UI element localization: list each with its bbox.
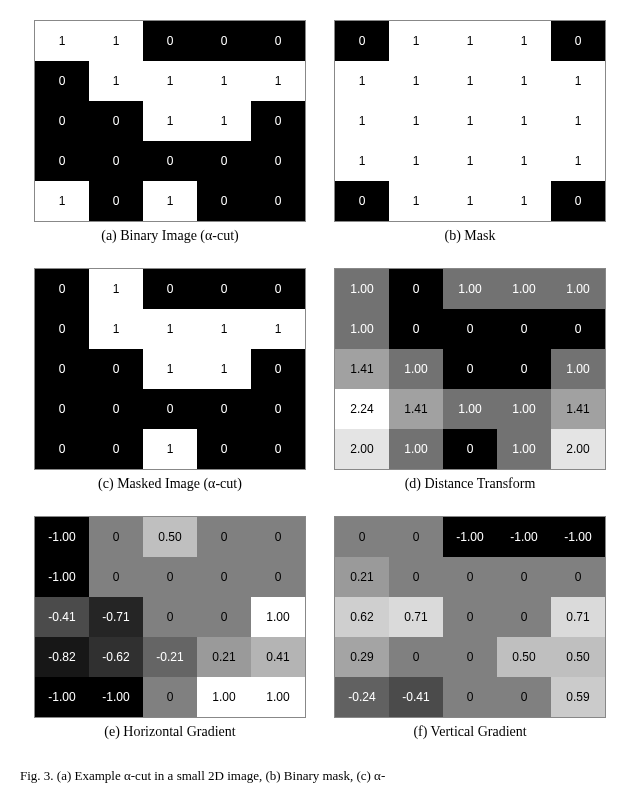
cell: 0 [35, 101, 89, 141]
panel-caption: (a) Binary Image (α-cut) [20, 228, 320, 244]
cell: 0.50 [143, 517, 197, 557]
cell: 0 [197, 597, 251, 637]
cell: 1.00 [389, 349, 443, 389]
grid-f: 00-1.00-1.00-1.000.2100000.620.71000.710… [334, 516, 606, 718]
cell: 1 [497, 21, 551, 61]
cell: 0.21 [335, 557, 389, 597]
cell: 1.00 [197, 677, 251, 717]
cell: 0 [35, 61, 89, 101]
cell: 2.24 [335, 389, 389, 429]
cell: -0.41 [389, 677, 443, 717]
cell: 0 [497, 557, 551, 597]
cell: 0 [443, 429, 497, 469]
cell: 0 [251, 517, 305, 557]
cell: 0 [197, 269, 251, 309]
cell: -1.00 [497, 517, 551, 557]
cell: 0 [35, 349, 89, 389]
grid-b: 0111011111111111111101110 [334, 20, 606, 222]
cell: 0 [443, 309, 497, 349]
cell: 1 [389, 101, 443, 141]
cell: -0.41 [35, 597, 89, 637]
cell: 1.00 [335, 309, 389, 349]
cell: -0.71 [89, 597, 143, 637]
panel-a: 1100001111001100000010100(a) Binary Imag… [20, 20, 320, 244]
cell: 0 [497, 309, 551, 349]
cell: 0 [389, 637, 443, 677]
cell: -1.00 [443, 517, 497, 557]
cell: 0 [197, 517, 251, 557]
cell: 1.00 [497, 429, 551, 469]
cell: 0 [335, 21, 389, 61]
cell: 1 [35, 181, 89, 221]
cell: 1.41 [389, 389, 443, 429]
cell: 0 [89, 429, 143, 469]
cell: 0 [89, 389, 143, 429]
cell: 0.71 [389, 597, 443, 637]
cell: 1.00 [497, 269, 551, 309]
cell: 0 [443, 597, 497, 637]
cell: 1 [389, 21, 443, 61]
cell: 0 [197, 181, 251, 221]
cell: 1 [497, 181, 551, 221]
grid-e: -1.0000.5000-1.000000-0.41-0.71001.00-0.… [34, 516, 306, 718]
panel-e: -1.0000.5000-1.000000-0.41-0.71001.00-0.… [20, 516, 320, 740]
cell: 1 [443, 141, 497, 181]
cell: 1.00 [443, 389, 497, 429]
cell: 1 [497, 101, 551, 141]
cell: 0.41 [251, 637, 305, 677]
cell: 0 [335, 181, 389, 221]
cell: 1.00 [251, 677, 305, 717]
cell: 0 [35, 389, 89, 429]
cell: 0 [389, 269, 443, 309]
cell: 1 [89, 309, 143, 349]
panel-f: 00-1.00-1.00-1.000.2100000.620.71000.710… [320, 516, 620, 740]
cell: 0 [389, 517, 443, 557]
cell: 0 [89, 141, 143, 181]
cell: 0 [251, 429, 305, 469]
cell: 0 [443, 349, 497, 389]
cell: 0 [551, 557, 605, 597]
cell: 0 [197, 21, 251, 61]
cell: 1 [443, 21, 497, 61]
cell: 0 [143, 141, 197, 181]
cell: 0 [443, 677, 497, 717]
cell: 0 [251, 557, 305, 597]
cell: 0.71 [551, 597, 605, 637]
cell: 1 [197, 61, 251, 101]
cell: 0 [89, 557, 143, 597]
cell: 0 [89, 349, 143, 389]
cell: 0 [389, 557, 443, 597]
cell: 1 [251, 61, 305, 101]
cell: 1.00 [443, 269, 497, 309]
figure-grid: 1100001111001100000010100(a) Binary Imag… [20, 20, 620, 764]
cell: 1 [335, 61, 389, 101]
cell: -0.24 [335, 677, 389, 717]
panel-caption: (b) Mask [320, 228, 620, 244]
cell: -1.00 [35, 517, 89, 557]
cell: 1 [35, 21, 89, 61]
cell: -1.00 [551, 517, 605, 557]
cell: -1.00 [89, 677, 143, 717]
cell: 0 [35, 309, 89, 349]
cell: 1 [443, 181, 497, 221]
cell: 0 [89, 101, 143, 141]
cell: -0.21 [143, 637, 197, 677]
cell: -0.62 [89, 637, 143, 677]
cell: 1 [497, 141, 551, 181]
cell: 2.00 [335, 429, 389, 469]
cell: 2.00 [551, 429, 605, 469]
cell: 1 [335, 141, 389, 181]
cell: 1 [143, 101, 197, 141]
cell: 0 [143, 557, 197, 597]
cell: 1 [335, 101, 389, 141]
cell: 1 [197, 309, 251, 349]
cell: 1.00 [389, 429, 443, 469]
cell: 0.29 [335, 637, 389, 677]
cell: 0.62 [335, 597, 389, 637]
cell: 0 [197, 141, 251, 181]
cell: 0 [251, 21, 305, 61]
cell: 0 [251, 181, 305, 221]
grid-c: 0100001111001100000000100 [34, 268, 306, 470]
cell: 1 [143, 349, 197, 389]
cell: 0 [443, 637, 497, 677]
